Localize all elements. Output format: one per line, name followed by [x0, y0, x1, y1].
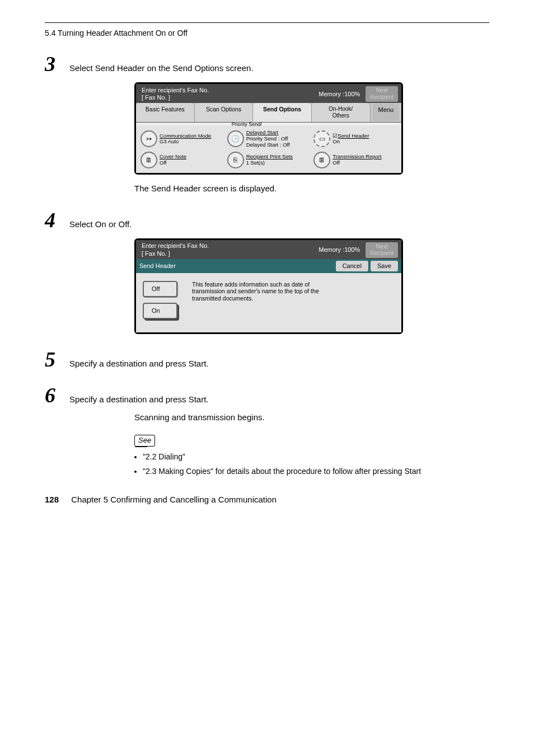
next-recipient-button[interactable]: Next Recipient — [366, 86, 398, 102]
cover-note-icon: 🗎 — [140, 152, 157, 168]
step-text-3: Select Send Header on the Send Options s… — [69, 59, 489, 74]
feature-cover-note[interactable]: 🗎 Cover NoteOff — [140, 152, 224, 168]
device-screen-send-options: Enter recipient's Fax No. [ Fax No. ] Me… — [134, 82, 403, 175]
send-header-bar-label: Send Header — [139, 262, 176, 270]
feature-send-header[interactable]: ▭ ☑Send HeaderOn — [313, 130, 397, 148]
option-description: This feature adds information such as da… — [192, 281, 338, 319]
screen2-title-line2: [ Fax No. ] — [142, 250, 209, 257]
transmission-report-icon: 🗏 — [313, 152, 330, 168]
step-text-5: Specify a destination and press Start. — [69, 354, 489, 370]
see-ref-2: "2.3 Making Copies" for details about th… — [143, 466, 489, 477]
tab-basic-features[interactable]: Basic Features — [136, 103, 195, 122]
screen2-title-line1: Enter recipient's Fax No. — [142, 242, 209, 250]
step-number-3: 3 — [45, 53, 69, 74]
device-screen-send-header: Enter recipient's Fax No. [ Fax No. ] Me… — [134, 238, 403, 335]
option-off[interactable]: Off — [143, 281, 177, 297]
menu-button[interactable]: Menu — [373, 104, 400, 121]
tab-onhook-others[interactable]: On-Hook/ Others — [312, 103, 371, 122]
step6-note: Scanning and transmission begins. — [134, 411, 489, 424]
tab-send-options[interactable]: Send Options — [253, 103, 312, 122]
page-footer: 128 Chapter 5 Confirming and Cancelling … — [45, 494, 277, 506]
screen1-title-line2: [ Fax No. ] — [142, 94, 209, 101]
see-bullets: "2.2 Dialing" "2.3 Making Copies" for de… — [143, 451, 489, 477]
screen1-title-line1: Enter recipient's Fax No. — [142, 87, 209, 94]
tab-scan-options[interactable]: Scan Options — [195, 103, 254, 122]
see-callout-icon: See — [134, 435, 155, 447]
communication-mode-icon: ↣ — [140, 130, 157, 147]
step-number-5: 5 — [45, 349, 69, 370]
see-ref-1: "2.2 Dialing" — [143, 451, 489, 462]
feature-transmission-report[interactable]: 🗏 Transmission ReportOff — [313, 152, 397, 168]
step3-note: The Send Header screen is displayed. — [134, 182, 489, 195]
feature-communication-mode[interactable]: ↣ Communication ModeG3 Auto — [140, 130, 224, 148]
next-recipient-button-2[interactable]: Next Recipient — [366, 242, 398, 258]
header-caption: 5.4 Turning Header Attachment On or Off — [45, 27, 489, 39]
chapter-title: Chapter 5 Confirming and Cancelling a Co… — [71, 495, 277, 504]
clock-icon: 🕒 — [227, 130, 244, 147]
memory-indicator: Memory :100% — [318, 91, 360, 98]
print-sets-icon: ⎘ — [227, 152, 244, 168]
cancel-button[interactable]: Cancel — [336, 261, 368, 271]
option-on[interactable]: On — [143, 303, 177, 319]
step-text-4: Select On or Off. — [69, 215, 489, 231]
send-header-icon: ▭ — [313, 130, 330, 147]
save-button[interactable]: Save — [371, 261, 398, 271]
step-number-6: 6 — [45, 384, 69, 406]
feature-recipient-print-sets[interactable]: ⎘ Recipient Print Sets1 Set(s) — [227, 152, 311, 168]
page-number: 128 — [45, 495, 59, 504]
step-text-6: Specify a destination and press Start. — [69, 390, 489, 406]
memory-indicator-2: Memory :100% — [318, 246, 360, 253]
step-number-4: 4 — [45, 209, 69, 231]
feature-delayed-start[interactable]: 🕒 Delayed StartPriority Send : OffDelaye… — [227, 130, 311, 148]
